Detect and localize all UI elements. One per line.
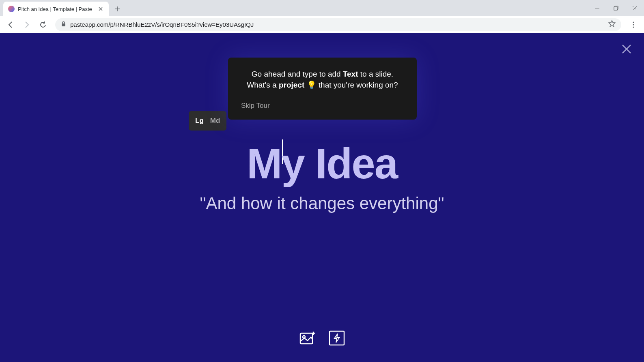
add-image-icon[interactable] — [299, 331, 316, 347]
svg-rect-1 — [62, 24, 65, 26]
favicon — [8, 6, 15, 12]
bottom-action-bar — [299, 330, 345, 347]
slide-subtitle[interactable]: "And how it changes everything" — [0, 194, 644, 213]
close-tab-icon[interactable] — [97, 6, 104, 12]
svg-point-3 — [633, 24, 634, 25]
tooltip-message: Go ahead and type to add Text to a slide… — [241, 69, 404, 90]
svg-point-4 — [633, 26, 634, 28]
tooltip-text-part: What's a — [247, 81, 279, 89]
tooltip-text-part: to a slide. — [358, 70, 394, 78]
new-tab-button[interactable] — [112, 3, 123, 15]
browser-menu-button[interactable] — [626, 17, 641, 32]
address-bar[interactable]: pasteapp.com/p/RNRBhluE2zV/s/irOqnBF0S5i… — [55, 18, 621, 31]
back-button[interactable] — [3, 17, 18, 32]
url-text: pasteapp.com/p/RNRBhluE2zV/s/irOqnBF0S5i… — [70, 21, 604, 28]
tooltip-text-part: Go ahead and type to add — [252, 70, 343, 78]
bookmark-star-icon[interactable] — [608, 20, 616, 29]
window-controls — [588, 0, 644, 16]
tooltip-bold: Text — [343, 70, 358, 78]
onboarding-tooltip: Go ahead and type to add Text to a slide… — [228, 58, 417, 120]
lightbulb-icon: 💡 — [307, 81, 317, 89]
skip-tour-button[interactable]: Skip Tour — [241, 102, 270, 110]
svg-point-6 — [303, 336, 305, 338]
tab-title: Pitch an Idea | Template | Paste — [18, 6, 94, 12]
reload-button[interactable] — [36, 17, 50, 32]
lightning-action-icon[interactable] — [329, 330, 345, 347]
minimize-button[interactable] — [588, 0, 607, 16]
svg-rect-0 — [614, 7, 617, 10]
svg-rect-5 — [300, 333, 312, 344]
text-size-large-button[interactable]: Lg — [195, 117, 204, 125]
text-format-toolbar[interactable]: Lg Md — [189, 111, 226, 131]
tooltip-text-part: that you're working on? — [317, 81, 398, 89]
maximize-button[interactable] — [607, 0, 625, 16]
tooltip-bold: project — [279, 81, 304, 89]
svg-point-2 — [633, 21, 634, 23]
browser-toolbar: pasteapp.com/p/RNRBhluE2zV/s/irOqnBF0S5i… — [0, 16, 644, 33]
app-viewport: Lg Md Go ahead and type to add Text to a… — [0, 33, 644, 362]
browser-tab[interactable]: Pitch an Idea | Template | Paste — [3, 2, 109, 16]
close-window-button[interactable] — [625, 0, 644, 16]
close-icon[interactable] — [621, 44, 632, 56]
text-size-medium-button[interactable]: Md — [210, 117, 220, 125]
forward-button[interactable] — [19, 17, 34, 32]
slide-title[interactable]: My Idea — [0, 139, 644, 188]
browser-tab-strip: Pitch an Idea | Template | Paste — [0, 0, 644, 16]
lock-icon — [61, 21, 66, 28]
